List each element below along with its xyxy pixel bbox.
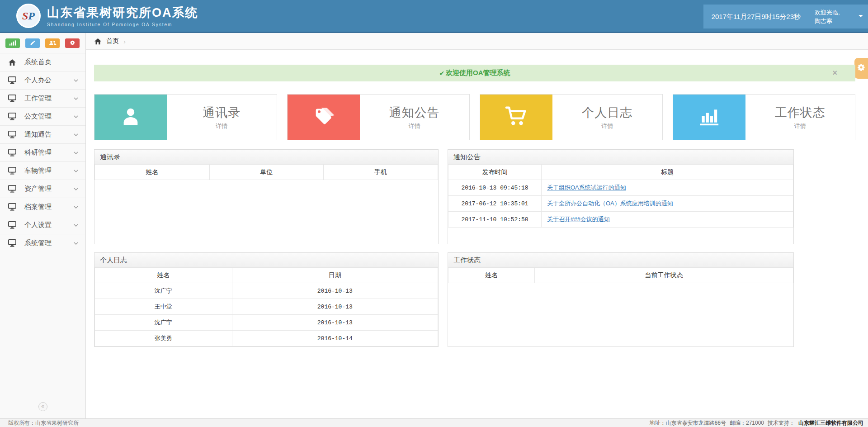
settings-panel-toggle[interactable] [854, 58, 868, 79]
notice-link[interactable]: 关于召开###会议的通知 [547, 216, 610, 223]
column-header: 日期 [232, 268, 438, 283]
main-area: 首页 › ✔ 欢迎使用OA管理系统 × [86, 33, 868, 418]
card-diary[interactable]: 个人日志 详情 [480, 94, 663, 140]
body-row: 系统首页 个人办公 工作管理 公文管理 [0, 33, 868, 418]
notice-time: 2016-10-13 09:45:18 [448, 180, 542, 196]
chevron-down-icon [74, 115, 78, 118]
column-header: 手机 [324, 165, 438, 180]
breadcrumb-home-link[interactable]: 首页 [106, 37, 119, 45]
diary-panel: 个人日志 姓名 日期 沈广宁 2016-10-13 [94, 252, 439, 347]
sidebar-item-notices[interactable]: 通知通告 [0, 125, 85, 143]
chevron-down-icon [74, 79, 78, 82]
column-header: 姓名 [448, 268, 535, 283]
card-detail-link[interactable]: 详情 [601, 122, 613, 130]
chart-bars-icon [698, 106, 720, 128]
logo-letter-p: P [28, 10, 35, 22]
panel-row-2: 个人日志 姓名 日期 沈广宁 2016-10-13 [94, 252, 855, 347]
bar-chart-icon [9, 39, 16, 47]
diary-name: 沈广宁 [95, 283, 232, 299]
table-row: 沈广宁 2016-10-13 [95, 283, 438, 299]
notices-table: 发布时间 标题 2016-10-13 09:45:18 关于组织OA系统试运行的… [448, 164, 793, 228]
check-icon: ✔ [439, 70, 444, 77]
monitor-icon [8, 149, 18, 157]
card-title: 通知公告 [389, 104, 440, 121]
table-header-row: 姓名 当前工作状态 [448, 268, 793, 283]
card-body: 通讯录 详情 [167, 95, 277, 140]
card-detail-link[interactable]: 详情 [216, 122, 227, 130]
status-panel: 工作状态 姓名 当前工作状态 [448, 252, 794, 347]
sidebar-item-label: 通知通告 [24, 130, 52, 139]
table-header-row: 发布时间 标题 [448, 165, 793, 180]
contacts-empty-body [94, 180, 438, 244]
users-button[interactable] [45, 38, 60, 48]
card-notices[interactable]: 通知公告 详情 [287, 94, 470, 140]
chevron-down-icon [74, 188, 78, 190]
sidebar-item-archive-management[interactable]: 档案管理 [0, 198, 85, 216]
user-greeting: 欢迎光临, [815, 8, 855, 17]
sidebar: 系统首页 个人办公 工作管理 公文管理 [0, 33, 86, 418]
card-detail-link[interactable]: 详情 [794, 122, 806, 130]
monitor-icon [8, 221, 18, 229]
monitor-icon [8, 113, 18, 120]
sidebar-item-label: 公文管理 [24, 112, 52, 121]
sidebar-item-research-management[interactable]: 科研管理 [0, 143, 85, 161]
chevron-down-icon [74, 97, 78, 100]
card-body: 通知公告 详情 [360, 95, 470, 140]
contacts-table: 姓名 单位 手机 [94, 164, 438, 180]
sidebar-item-label: 资产管理 [24, 185, 52, 193]
card-status[interactable]: 工作状态 详情 [673, 94, 856, 140]
diary-date: 2016-10-13 [232, 283, 438, 299]
card-contacts[interactable]: 通讯录 详情 [94, 94, 277, 140]
sidebar-item-document-management[interactable]: 公文管理 [0, 107, 85, 125]
close-icon[interactable]: × [832, 68, 837, 78]
sidebar-item-vehicle-management[interactable]: 车辆管理 [0, 161, 85, 180]
notice-link[interactable]: 关于全所办公自动化（OA）系统应用培训的通知 [547, 200, 673, 207]
diary-date: 2016-10-14 [232, 331, 438, 346]
breadcrumb: 首页 › [86, 33, 868, 50]
notice-title-cell: 关于全所办公自动化（OA）系统应用培训的通知 [542, 196, 793, 212]
sidebar-item-work-management[interactable]: 工作管理 [0, 89, 85, 107]
diary-name: 沈广宁 [95, 315, 232, 331]
notice-title-cell: 关于组织OA系统试运行的通知 [542, 180, 793, 196]
oa-app: SP 山东省果树研究所OA系统 Shandong Institute Of Po… [0, 0, 868, 427]
header-right: 2017年11月27日9时15分23秒 欢迎光临, 陶吉寒 [703, 5, 868, 28]
stats-button[interactable] [5, 38, 20, 48]
sidebar-item-home[interactable]: 系统首页 [0, 53, 85, 71]
app-subtitle: Shandong Institute Of Pomologe OA System [47, 22, 198, 27]
sidebar-collapse-button[interactable]: « [38, 402, 47, 411]
user-icon [120, 106, 141, 128]
card-icon-block [288, 95, 360, 140]
notice-time: 2017-06-12 10:35:01 [448, 196, 542, 212]
table-row: 2017-11-10 10:52:50 关于召开###会议的通知 [448, 212, 793, 228]
notice-link[interactable]: 关于组织OA系统试运行的通知 [547, 184, 626, 191]
panel-title: 工作状态 [448, 253, 793, 267]
sidebar-item-personal-settings[interactable]: 个人设置 [0, 216, 85, 234]
sidebar-item-personal-office[interactable]: 个人办公 [0, 71, 85, 89]
copyright-text: 版权所有：山东省果树研究所 [8, 419, 79, 427]
panel-title: 通讯录 [94, 150, 438, 164]
edit-button[interactable] [25, 38, 40, 48]
settings-button[interactable] [65, 38, 80, 48]
table-row: 张美勇 2016-10-14 [95, 331, 438, 346]
sidebar-item-system-management[interactable]: 系统管理 [0, 234, 85, 252]
current-datetime: 2017年11月27日9时15分23秒 [703, 5, 809, 28]
monitor-icon [8, 239, 18, 247]
card-detail-link[interactable]: 详情 [409, 122, 420, 130]
home-icon [94, 38, 102, 45]
contacts-panel: 通讯录 姓名 单位 手机 [94, 149, 439, 244]
diary-date: 2016-10-13 [232, 315, 438, 331]
diary-table: 姓名 日期 沈广宁 2016-10-13 王中堂 2016-1 [94, 267, 438, 346]
pencil-icon [30, 39, 36, 47]
user-name: 陶吉寒 [815, 17, 855, 25]
sidebar-item-label: 系统管理 [24, 239, 52, 247]
chevron-down-icon [74, 224, 78, 227]
welcome-message: 欢迎使用OA管理系统 [446, 69, 510, 77]
user-menu[interactable]: 欢迎光临, 陶吉寒 [809, 5, 868, 28]
sidebar-item-asset-management[interactable]: 资产管理 [0, 180, 85, 198]
table-header-row: 姓名 日期 [95, 268, 438, 283]
column-header: 姓名 [95, 165, 210, 180]
card-icon-block [94, 95, 167, 140]
gear-icon [70, 39, 75, 47]
diary-name: 张美勇 [95, 331, 232, 346]
card-icon-block [480, 95, 552, 140]
